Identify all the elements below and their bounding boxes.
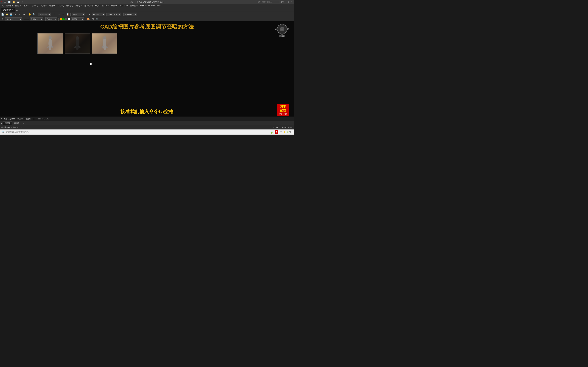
cmd-item-3: 4.来(goi) bbox=[17, 118, 23, 120]
style-select[interactable]: Standard bbox=[108, 13, 121, 16]
save-icon[interactable]: 💾 bbox=[16, 0, 20, 4]
menu-file[interactable]: (F) bbox=[1, 4, 5, 7]
menu-yanxiu[interactable]: 燕秀工具箱2.87(Y) bbox=[83, 4, 100, 7]
ime-indicator[interactable]: 中 bbox=[280, 131, 282, 133]
font-select[interactable]: 黑体 bbox=[72, 13, 85, 16]
compass: 北 上 南 东 西 WCS bbox=[275, 22, 289, 36]
compass-west: 西 bbox=[275, 28, 277, 30]
redo-btn[interactable]: ↪ bbox=[22, 13, 26, 16]
cmd-nav-left[interactable]: ◀ bbox=[32, 118, 33, 120]
toolbar-layers: ⊞ ByLayer 0.00 mm ByColor 底图1 🎨 🖼 📷 bbox=[0, 17, 294, 21]
minimize-btn[interactable]: ─ bbox=[285, 1, 287, 3]
color-select[interactable]: ByColor bbox=[45, 17, 57, 21]
cmd-item-1: 2.田 bbox=[4, 118, 7, 120]
cmd-nav-right[interactable]: ▶ bbox=[35, 118, 36, 120]
menu-dimension[interactable]: 标注(N) bbox=[57, 4, 65, 7]
menu-help[interactable]: 帮助(H) bbox=[110, 4, 118, 7]
cmd-item-4: 5.里(jfd) bbox=[25, 118, 31, 120]
lineweight-select[interactable]: 0.00 mm bbox=[30, 17, 43, 21]
figure-svg-1 bbox=[46, 36, 55, 51]
standard-select[interactable]: Standard bbox=[123, 13, 137, 16]
tab-bar: CAD教程* ✕ + bbox=[0, 8, 294, 12]
undo-btn[interactable]: ↩ bbox=[18, 13, 21, 16]
layout-tab-2[interactable]: 布局2 bbox=[12, 121, 21, 125]
new-icon[interactable]: 📄 bbox=[8, 0, 11, 4]
layout-tab-add[interactable]: + bbox=[21, 122, 26, 125]
copy-btn[interactable]: ⧉ bbox=[61, 13, 65, 16]
menu-format[interactable]: 格式(O) bbox=[31, 4, 39, 7]
menu-window[interactable]: 窗口(W) bbox=[101, 4, 110, 7]
new-file-btn[interactable]: 📄 bbox=[1, 13, 4, 16]
image-container bbox=[37, 33, 117, 54]
sep-l4 bbox=[85, 18, 86, 21]
notification-icon[interactable]: 🔔 bbox=[284, 131, 285, 133]
reference-image-1 bbox=[37, 33, 63, 54]
pan-btn[interactable]: ✋ bbox=[28, 13, 32, 16]
title-right: 登录 ─ □ ✕ bbox=[257, 1, 292, 3]
svg-point-0 bbox=[49, 36, 52, 40]
render-btn2[interactable]: 🖼 bbox=[91, 17, 95, 21]
svg-point-1 bbox=[76, 36, 79, 40]
windows-search-input[interactable] bbox=[6, 131, 268, 133]
menu-params[interactable]: 参数(P) bbox=[74, 4, 83, 7]
toolbar-main: 📄 📁 💾 🖨 ↩ ↪ ✋ 🔍 经典模式 ? ≡ ⧉ 📋 黑体 A ISO-25… bbox=[0, 12, 294, 17]
render-btn3[interactable]: 📷 bbox=[95, 17, 99, 21]
layer-mgr-btn[interactable]: ⊞ bbox=[1, 17, 4, 21]
help-btn[interactable]: ? bbox=[53, 13, 57, 16]
layout-select[interactable]: 底图1 bbox=[71, 17, 84, 21]
figure-svg-3 bbox=[100, 36, 109, 51]
windows-search-bar: 🔍 🍃 A 中 🔔 🔋78% bbox=[0, 129, 294, 134]
drawing-area: 北 上 南 东 西 WCS CAD绘把图片参考底图调节变暗的方法 bbox=[0, 21, 294, 117]
compass-wcs: WCS bbox=[279, 35, 285, 37]
menu-edit[interactable]: 编辑(E) bbox=[5, 4, 14, 7]
login-btn[interactable]: 登录 bbox=[280, 1, 284, 3]
settings-icon[interactable]: ⚙ bbox=[276, 126, 278, 128]
save-file-btn[interactable]: 💾 bbox=[9, 13, 13, 16]
close-cmd-btn[interactable]: ✕ bbox=[1, 118, 2, 120]
menu-source[interactable]: 源泉设计 bbox=[129, 4, 139, 7]
cmd-item-2: 3.了(bnh) bbox=[8, 118, 15, 120]
mode-select[interactable]: 经典模式 bbox=[38, 13, 51, 16]
model-status: 模型 bbox=[13, 126, 16, 129]
sep4 bbox=[70, 13, 71, 16]
zoom-icon[interactable]: + bbox=[279, 126, 280, 128]
menu-yqarch-pull[interactable]: YQArch Pull-down Menu bbox=[139, 4, 162, 7]
snap-icon[interactable]: ⋮⋮ bbox=[19, 126, 22, 128]
menu-view[interactable]: 视图(V) bbox=[14, 4, 22, 7]
maximize-btn[interactable]: □ bbox=[288, 1, 289, 3]
search-input[interactable] bbox=[257, 1, 279, 3]
title-bar: A ☰ 📄 📂 💾 🖨 Autodesk AutoCAD 2020 CAD教程.… bbox=[0, 0, 294, 4]
grid-icon[interactable]: ⊞ bbox=[17, 126, 18, 128]
render-btn1[interactable]: 🎨 bbox=[86, 17, 90, 21]
plot-btn[interactable]: 🖨 bbox=[13, 13, 17, 16]
img1-bg bbox=[38, 33, 63, 53]
menu-tools[interactable]: 工具(T) bbox=[39, 4, 48, 7]
menu-yqarch[interactable]: YQARCH bbox=[119, 4, 129, 7]
tab-cad[interactable]: CAD教程* ✕ bbox=[1, 8, 15, 12]
layer-select[interactable]: ByLayer bbox=[5, 17, 22, 21]
linetype-select[interactable]: ISO-25 bbox=[92, 13, 105, 16]
sep-l2 bbox=[44, 18, 44, 21]
menu-insert[interactable]: 插入(I) bbox=[23, 4, 30, 7]
print-icon[interactable]: 🖨 bbox=[21, 0, 25, 4]
aping-line2: 驾驭 bbox=[280, 109, 286, 113]
open-file-btn[interactable]: 📁 bbox=[5, 13, 9, 16]
close-btn[interactable]: ✕ bbox=[291, 1, 292, 3]
menu-modify[interactable]: 修改(M) bbox=[65, 4, 74, 7]
tab-close-btn[interactable]: ✕ bbox=[12, 9, 13, 11]
tab-left-nav[interactable]: ◀ bbox=[1, 122, 2, 124]
text-height-btn[interactable]: A bbox=[87, 13, 91, 16]
layout-tab-1[interactable]: 布局1 bbox=[3, 121, 12, 125]
zoom-btn[interactable]: 🔍 bbox=[32, 13, 36, 16]
tab-add-btn[interactable]: + bbox=[15, 9, 19, 12]
toolbar-icon[interactable]: ☰ bbox=[3, 0, 7, 4]
img3-bg bbox=[92, 33, 117, 53]
paste-btn[interactable]: 📋 bbox=[66, 13, 69, 16]
compass-east: 东 bbox=[287, 28, 289, 30]
font-height-status: 燕秀字高=2.5 bbox=[1, 126, 12, 129]
compass-circle: 上 bbox=[277, 24, 287, 34]
reference-image-2 bbox=[65, 33, 90, 54]
open-icon[interactable]: 📂 bbox=[12, 0, 16, 4]
menu-draw[interactable]: 绘图(D) bbox=[48, 4, 56, 7]
layer-btn[interactable]: ≡ bbox=[57, 13, 61, 16]
